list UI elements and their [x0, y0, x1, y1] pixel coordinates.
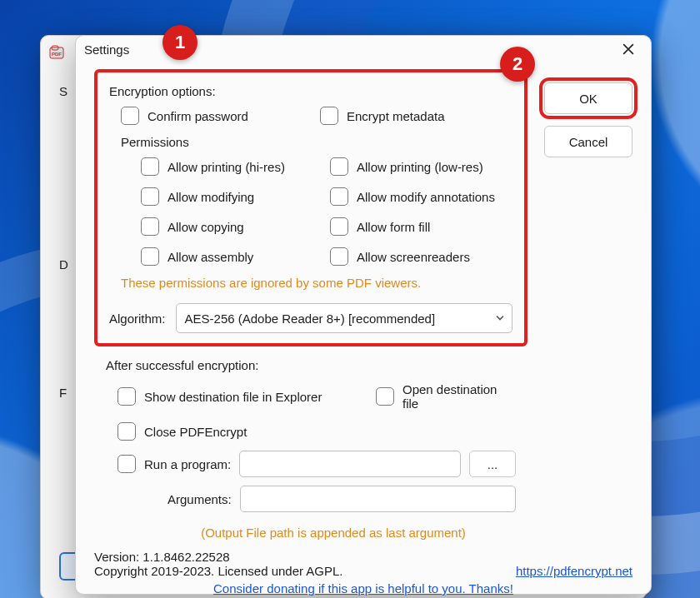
- run-program-input[interactable]: [239, 451, 461, 477]
- close-app-label: Close PDFEncrypt: [144, 425, 247, 439]
- after-encryption-group: After successful encryption: Show destin…: [94, 346, 528, 540]
- settings-title: Settings: [84, 42, 129, 57]
- permissions-warning: These permissions are ignored by some PD…: [121, 276, 512, 290]
- website-link[interactable]: https://pdfencrypt.net: [516, 564, 632, 578]
- settings-close-button[interactable]: [609, 36, 648, 62]
- close-app-checkbox[interactable]: Close PDFEncrypt: [118, 421, 516, 442]
- encryption-options-group: Encryption options: Confirm password Enc…: [94, 69, 528, 346]
- copyright-text: Copyright 2019-2023. Licensed under AGPL…: [94, 564, 343, 578]
- after-encryption-label: After successful encryption:: [106, 358, 516, 372]
- allow-modify-annotations-label: Allow modify annotations: [357, 190, 495, 204]
- checkbox-box: [320, 107, 338, 125]
- settings-footer: Version: 1.1.8462.22528 Copyright 2019-2…: [76, 546, 651, 598]
- allow-print-lowres-label: Allow printing (low-res): [357, 160, 483, 174]
- chevron-down-icon: [495, 311, 505, 326]
- allow-screenreaders-checkbox[interactable]: Allow screenreaders: [330, 246, 512, 267]
- confirm-password-label: Confirm password: [148, 109, 248, 123]
- run-program-checkbox[interactable]: Run a program:: [118, 453, 231, 475]
- ok-button[interactable]: OK: [544, 82, 632, 114]
- parent-hint-s: S: [59, 84, 68, 98]
- allow-screenreaders-label: Allow screenreaders: [357, 250, 470, 264]
- algorithm-selected-value: AES-256 (Adobe Reader 8+) [recommended]: [185, 311, 436, 326]
- arguments-input[interactable]: [240, 486, 516, 512]
- algorithm-label: Algorithm:: [109, 311, 166, 326]
- allow-formfill-checkbox[interactable]: Allow form fill: [330, 216, 512, 237]
- svg-text:PDF: PDF: [52, 52, 62, 57]
- encrypt-metadata-checkbox[interactable]: Encrypt metadata: [320, 105, 512, 127]
- confirm-password-checkbox[interactable]: Confirm password: [121, 105, 313, 127]
- annotation-step-1: 1: [162, 25, 198, 60]
- allow-modify-annotations-checkbox[interactable]: Allow modify annotations: [330, 186, 512, 207]
- version-text: Version: 1.1.8462.22528: [94, 550, 343, 564]
- annotation-step-2: 2: [500, 47, 535, 82]
- allow-copy-checkbox[interactable]: Allow copying: [141, 216, 323, 237]
- output-note: (Output File path is appended as last ar…: [151, 526, 516, 540]
- donate-link[interactable]: Consider donating if this app is helpful…: [213, 581, 513, 596]
- allow-formfill-label: Allow form fill: [357, 220, 430, 234]
- allow-print-lowres-checkbox[interactable]: Allow printing (low-res): [330, 156, 512, 177]
- checkbox-box: [121, 107, 139, 125]
- parent-hint-d: D: [59, 257, 68, 272]
- close-icon: [622, 43, 634, 55]
- encryption-options-label: Encryption options:: [109, 84, 512, 98]
- allow-print-hires-checkbox[interactable]: Allow printing (hi-res): [141, 156, 323, 177]
- allow-copy-label: Allow copying: [168, 220, 244, 234]
- encrypt-metadata-label: Encrypt metadata: [347, 109, 445, 123]
- run-program-browse-button[interactable]: ...: [469, 451, 516, 477]
- show-destination-checkbox[interactable]: Show destination file in Explorer: [118, 386, 368, 407]
- run-program-label: Run a program:: [144, 457, 231, 471]
- allow-assembly-label: Allow assembly: [168, 250, 253, 264]
- allow-modify-label: Allow modifying: [168, 190, 254, 204]
- permissions-label: Permissions: [121, 135, 512, 149]
- algorithm-select[interactable]: AES-256 (Adobe Reader 8+) [recommended]: [176, 303, 512, 333]
- parent-hint-f: F: [59, 386, 67, 400]
- settings-dialog: Settings Encryption options: Confirm pas…: [75, 35, 652, 595]
- open-destination-checkbox[interactable]: Open destination file: [376, 381, 516, 412]
- show-destination-label: Show destination file in Explorer: [144, 390, 322, 404]
- allow-assembly-checkbox[interactable]: Allow assembly: [141, 246, 323, 267]
- arguments-label: Arguments:: [168, 492, 232, 506]
- allow-modify-checkbox[interactable]: Allow modifying: [141, 186, 323, 207]
- app-icon: PDF: [49, 45, 64, 60]
- open-destination-label: Open destination file: [402, 382, 516, 411]
- allow-print-hires-label: Allow printing (hi-res): [168, 160, 285, 174]
- cancel-button[interactable]: Cancel: [544, 126, 632, 157]
